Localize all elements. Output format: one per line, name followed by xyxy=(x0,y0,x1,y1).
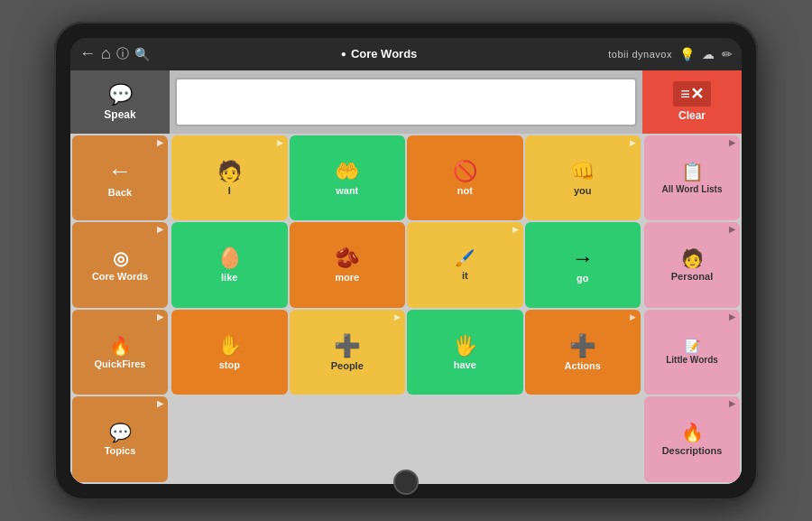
content-area: 💬 Speak ≡✕ Clear ▶ ← Back xyxy=(70,70,742,484)
quickfires-icon: 🔥 xyxy=(109,335,132,357)
actions-icon: ➕ xyxy=(569,333,596,358)
nav-arrow-core: ▶ xyxy=(157,225,163,234)
search-icon[interactable]: 🔍 xyxy=(134,47,150,61)
sidebar-back-button[interactable]: ▶ ← Back xyxy=(72,135,168,221)
top-bar-right-icons: tobii dynavox 💡 ☁ ✏ xyxy=(608,47,733,61)
top-bar-title-area: ● Core Words xyxy=(341,47,417,60)
people-label: People xyxy=(331,360,364,371)
go-icon: → xyxy=(572,246,594,271)
sidebar-core-words-button[interactable]: ▶ ◎ Core Words xyxy=(72,222,168,308)
word-cell-i[interactable]: ▶ 🧑 I xyxy=(171,135,288,221)
text-input-display[interactable] xyxy=(175,78,637,126)
clear-button[interactable]: ≡✕ Clear xyxy=(642,70,742,134)
like-icon: 🥚 xyxy=(217,247,242,270)
more-label: more xyxy=(335,272,359,283)
clear-icon: ≡✕ xyxy=(673,81,711,107)
all-word-lists-icon: 📋 xyxy=(681,161,704,182)
word-grid: ▶ 🧑 I 🤲 want 🚫 not ▶ xyxy=(170,134,642,484)
edit-icon[interactable]: ✏ xyxy=(722,47,733,61)
topics-icon: 💬 xyxy=(109,422,132,443)
sidebar-topics-label: Topics xyxy=(105,445,136,456)
sidebar-quickfires-label: QuickFires xyxy=(95,358,146,369)
word-cell-you[interactable]: ▶ 👊 you xyxy=(525,135,641,221)
right-sidebar: ▶ 📋 All Word Lists ▶ 🧑 Personal ▶ 📝 Litt… xyxy=(642,134,742,484)
go-label: go xyxy=(577,273,588,284)
nav-arrow-personal: ▶ xyxy=(729,225,735,234)
not-icon: 🚫 xyxy=(453,160,477,183)
word-cell-have[interactable]: 🖐 have xyxy=(407,310,523,395)
want-label: want xyxy=(336,185,358,196)
nav-arrow-it: ▶ xyxy=(512,225,519,234)
want-icon: 🤲 xyxy=(335,160,359,183)
sidebar-topics-button[interactable]: ▶ 💬 Topics xyxy=(72,396,168,482)
speak-row: 💬 Speak ≡✕ Clear xyxy=(70,70,742,134)
not-label: not xyxy=(457,185,473,196)
speak-icon: 💬 xyxy=(108,83,133,107)
nav-arrow-awl: ▶ xyxy=(729,138,735,147)
page-title: Core Words xyxy=(351,47,417,60)
word-cell-actions[interactable]: ▶ ➕ Actions xyxy=(525,310,641,395)
left-sidebar: ▶ ← Back ▶ ◎ Core Words ▶ 🔥 QuickFires xyxy=(70,134,170,484)
you-label: you xyxy=(574,185,592,196)
nav-arrow-quick: ▶ xyxy=(157,312,163,321)
little-words-icon: 📝 xyxy=(685,339,700,353)
descriptions-label: Descriptions xyxy=(662,445,723,456)
personal-button[interactable]: ▶ 🧑 Personal xyxy=(644,222,740,308)
nav-arrow-actions: ▶ xyxy=(630,312,636,321)
descriptions-button[interactable]: ▶ 🔥 Descriptions xyxy=(644,396,740,482)
nav-arrow-back: ▶ xyxy=(157,138,163,147)
nav-arrow-you: ▶ xyxy=(630,138,636,147)
you-icon: 👊 xyxy=(570,160,595,183)
personal-label: Personal xyxy=(671,271,713,282)
it-icon: 🖌️ xyxy=(455,248,475,268)
tablet-screen: ← ⌂ ⓘ 🔍 ● Core Words tobii dynavox 💡 ☁ ✏ xyxy=(70,38,742,484)
top-bar-left-icons: ← ⌂ ⓘ 🔍 xyxy=(79,44,150,63)
word-cell-not[interactable]: 🚫 not xyxy=(407,135,523,221)
word-cell-people[interactable]: ▶ ➕ People xyxy=(290,310,406,395)
word-cell-more[interactable]: 🫘 more xyxy=(290,222,406,308)
title-dot: ● xyxy=(341,49,346,59)
actions-label: Actions xyxy=(565,360,601,371)
like-label: like xyxy=(221,272,237,283)
descriptions-icon: 🔥 xyxy=(681,422,704,443)
main-grid-area: ▶ ← Back ▶ ◎ Core Words ▶ 🔥 QuickFires xyxy=(70,134,742,484)
word-cell-like[interactable]: 🥚 like xyxy=(171,222,288,308)
sidebar-back-label: Back xyxy=(108,187,132,198)
tablet-device: ← ⌂ ⓘ 🔍 ● Core Words tobii dynavox 💡 ☁ ✏ xyxy=(54,22,758,500)
word-cell-go[interactable]: → go xyxy=(525,222,641,308)
info-icon[interactable]: ⓘ xyxy=(116,46,129,62)
word-cell-it[interactable]: ▶ 🖌️ it xyxy=(407,222,523,308)
i-label: I xyxy=(228,185,231,196)
sidebar-core-words-label: Core Words xyxy=(92,271,148,282)
clear-label: Clear xyxy=(678,109,706,122)
all-word-lists-button[interactable]: ▶ 📋 All Word Lists xyxy=(644,135,740,221)
speak-button[interactable]: 💬 Speak xyxy=(70,70,170,134)
little-words-label: Little Words xyxy=(666,355,718,365)
have-icon: 🖐 xyxy=(453,334,477,358)
speak-label: Speak xyxy=(104,108,135,121)
it-label: it xyxy=(462,270,468,281)
nav-arrow-i: ▶ xyxy=(277,138,283,147)
personal-icon: 🧑 xyxy=(681,247,704,269)
bulb-icon[interactable]: 💡 xyxy=(679,47,695,61)
back-icon[interactable]: ← xyxy=(79,44,96,63)
little-words-button[interactable]: ▶ 📝 Little Words xyxy=(644,310,740,395)
word-cell-want[interactable]: 🤲 want xyxy=(290,135,406,221)
have-label: have xyxy=(454,359,476,370)
nav-arrow-lw: ▶ xyxy=(729,312,735,321)
stop-icon: ✋ xyxy=(217,334,242,358)
word-cell-stop[interactable]: ✋ stop xyxy=(171,310,288,395)
home-icon[interactable]: ⌂ xyxy=(101,44,111,63)
top-bar: ← ⌂ ⓘ 🔍 ● Core Words tobii dynavox 💡 ☁ ✏ xyxy=(70,38,742,70)
stop-label: stop xyxy=(219,359,240,370)
nav-arrow-desc: ▶ xyxy=(729,399,735,408)
back-nav-icon: ← xyxy=(108,157,132,185)
nav-arrow-people: ▶ xyxy=(394,312,401,321)
people-icon: ➕ xyxy=(334,333,361,358)
cloud-icon[interactable]: ☁ xyxy=(702,47,715,61)
brand-label: tobii dynavox xyxy=(608,49,672,60)
sidebar-quickfires-button[interactable]: ▶ 🔥 QuickFires xyxy=(72,310,168,395)
more-icon: 🫘 xyxy=(335,247,359,270)
core-words-icon: ◎ xyxy=(113,247,128,269)
home-button[interactable] xyxy=(393,470,419,495)
